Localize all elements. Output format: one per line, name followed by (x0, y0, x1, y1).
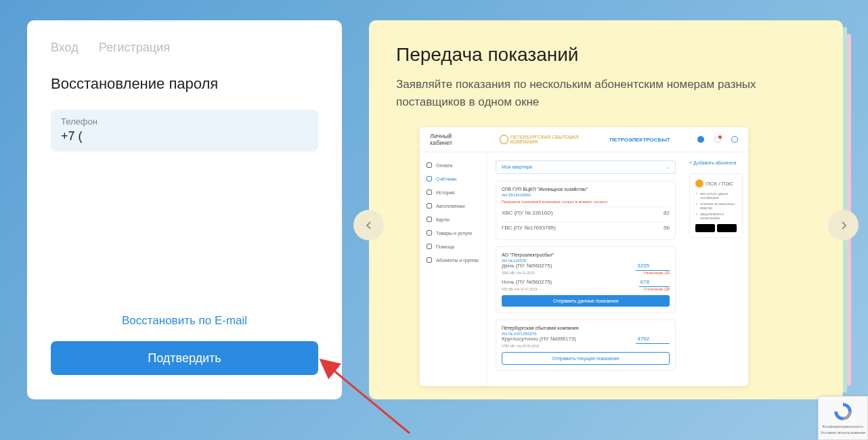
promo-card: Передача показаний Заявляйте показания п… (369, 20, 843, 399)
mock-provider-block: АО "Петроэлектросбыт" АН №110070 День (П… (496, 246, 676, 313)
mock-add-subscriber: + Добавить абонента (689, 160, 743, 165)
chevron-left-icon (364, 220, 374, 231)
sidebar-item-karty: Карты (427, 217, 480, 222)
phone-input[interactable]: Телефон +7 ( (51, 110, 318, 152)
sidebar-item-pomosh: Помощь (427, 244, 480, 249)
phone-label: Телефон (61, 116, 308, 127)
mock-logo-psk: ПЕТЕРБУРГСКАЯ СБЫТОВАЯ КОМПАНИЯ (500, 135, 596, 144)
promo-description: Заявляйте показания по нескольким абонен… (396, 76, 816, 110)
mock-provider-block: Петербургская сбытовая компания АН № 197… (496, 320, 676, 371)
mock-apartment-select: Моя квартира⌄ (496, 160, 676, 174)
eye-icon (697, 136, 704, 143)
sidebar-item-avtoplatezhi: Автоплатежи (427, 203, 480, 208)
carousel-prev-button[interactable] (353, 210, 384, 240)
mock-app-title: Личный кабинет (430, 133, 473, 146)
mock-send-button: Отправить текущее показание (502, 352, 670, 365)
mock-send-button: Отправить данные показания (502, 295, 670, 307)
tab-register[interactable]: Регистрация (99, 41, 170, 55)
page-title: Восстановление пароля (51, 75, 318, 93)
appstore-badge (695, 224, 715, 232)
chevron-right-icon (838, 220, 849, 231)
sidebar-item-tovary: Товары и услуги (427, 230, 480, 236)
recaptcha-icon (832, 401, 854, 422)
mock-sidebar: Оплата Счётчики История Автоплатежи Карт… (420, 152, 487, 386)
mock-provider-block: СПб ГУП ВЦКП "Жилищное хозяйство" АН 001… (496, 181, 676, 240)
googleplay-badge (717, 224, 737, 232)
auth-tabs: Вход Регистрация (51, 41, 318, 55)
login-card: Вход Регистрация Восстановление пароля Т… (27, 20, 342, 399)
mock-provider-card: ПСК / ПЭС все услуги одного поставщика п… (689, 173, 743, 238)
recaptcha-badge[interactable]: Конфиденциальность Условия использования (818, 396, 868, 440)
notification-icon (714, 136, 721, 143)
restore-by-email-link[interactable]: Восстановить по E-mail (51, 314, 318, 328)
tab-login[interactable]: Вход (51, 41, 79, 55)
sidebar-item-abonenty: Абоненты и группы (427, 257, 480, 263)
user-icon (731, 136, 738, 143)
promo-title: Передача показаний (396, 44, 816, 66)
promo-screenshot: Личный кабинет ПЕТЕРБУРГСКАЯ СБЫТОВАЯ КО… (420, 127, 748, 386)
mock-main: Моя квартира⌄ СПб ГУП ВЦКП "Жилищное хоз… (487, 152, 684, 386)
sidebar-item-istoriya: История (427, 190, 480, 195)
recaptcha-terms: Условия использования (819, 431, 867, 435)
carousel-next-button[interactable] (828, 210, 859, 240)
phone-value: +7 ( (61, 129, 308, 144)
mock-right-panel: + Добавить абонента ПСК / ПЭС все услуги… (684, 152, 748, 386)
sidebar-item-oplata: Оплата (427, 162, 480, 168)
recaptcha-privacy: Конфиденциальность (819, 424, 867, 429)
sidebar-item-schetchiki: Счётчики (427, 176, 480, 181)
mock-logo-pes: ПЕТРОЭЛЕКТРОСБЫТ (610, 137, 670, 143)
mock-header: Личный кабинет ПЕТЕРБУРГСКАЯ СБЫТОВАЯ КО… (420, 127, 748, 152)
confirm-button[interactable]: Подтвердить (51, 341, 318, 375)
